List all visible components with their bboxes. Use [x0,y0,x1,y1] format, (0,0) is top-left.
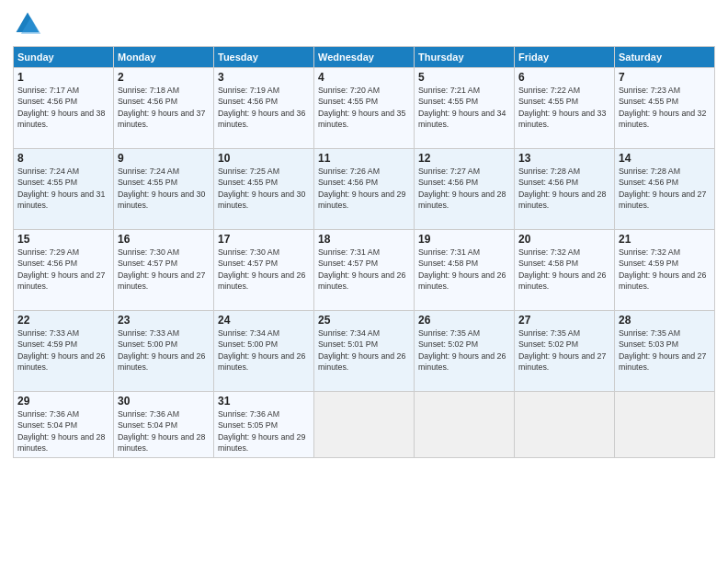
day-detail: Sunrise: 7:29 AM Sunset: 4:56 PM Dayligh… [17,247,109,292]
calendar-cell: 24 Sunrise: 7:34 AM Sunset: 5:00 PM Dayl… [214,311,314,392]
calendar-cell: 3 Sunrise: 7:19 AM Sunset: 4:56 PM Dayli… [214,68,314,149]
day-number: 11 [318,152,410,165]
day-number: 30 [118,395,210,408]
day-number: 12 [418,152,510,165]
day-detail: Sunrise: 7:24 AM Sunset: 4:55 PM Dayligh… [17,166,109,211]
day-number: 17 [218,233,310,246]
day-number: 28 [619,314,711,327]
calendar-cell: 19 Sunrise: 7:31 AM Sunset: 4:58 PM Dayl… [415,230,515,311]
calendar-cell: 10 Sunrise: 7:25 AM Sunset: 4:55 PM Dayl… [214,149,314,230]
calendar-cell [314,392,415,458]
week-row-5: 29 Sunrise: 7:36 AM Sunset: 5:04 PM Dayl… [14,392,715,458]
day-detail: Sunrise: 7:22 AM Sunset: 4:55 PM Dayligh… [518,85,610,130]
day-detail: Sunrise: 7:36 AM Sunset: 5:04 PM Dayligh… [17,408,109,454]
day-number: 4 [318,71,410,84]
day-detail: Sunrise: 7:35 AM Sunset: 5:03 PM Dayligh… [619,327,711,373]
day-number: 21 [619,233,711,246]
day-detail: Sunrise: 7:25 AM Sunset: 4:55 PM Dayligh… [218,166,310,211]
day-detail: Sunrise: 7:18 AM Sunset: 4:56 PM Dayligh… [118,85,210,130]
calendar-cell [515,392,615,458]
day-number: 14 [619,152,711,165]
calendar-cell: 9 Sunrise: 7:24 AM Sunset: 4:55 PM Dayli… [114,149,214,230]
weekday-header-tuesday: Tuesday [214,47,314,68]
day-detail: Sunrise: 7:32 AM Sunset: 4:58 PM Dayligh… [518,247,610,292]
day-number: 24 [218,314,310,327]
day-number: 5 [418,71,510,84]
day-number: 29 [17,395,109,408]
day-detail: Sunrise: 7:32 AM Sunset: 4:59 PM Dayligh… [619,247,711,292]
calendar-table: SundayMondayTuesdayWednesdayThursdayFrid… [13,46,715,458]
day-detail: Sunrise: 7:28 AM Sunset: 4:56 PM Dayligh… [518,166,610,211]
day-number: 26 [418,314,510,327]
day-detail: Sunrise: 7:26 AM Sunset: 4:56 PM Dayligh… [318,166,410,211]
day-detail: Sunrise: 7:31 AM Sunset: 4:58 PM Dayligh… [418,247,510,292]
calendar-cell: 1 Sunrise: 7:17 AM Sunset: 4:56 PM Dayli… [14,68,114,149]
calendar-cell: 15 Sunrise: 7:29 AM Sunset: 4:56 PM Dayl… [14,230,114,311]
day-number: 27 [518,314,610,327]
calendar-cell: 13 Sunrise: 7:28 AM Sunset: 4:56 PM Dayl… [515,149,615,230]
calendar-cell: 8 Sunrise: 7:24 AM Sunset: 4:55 PM Dayli… [14,149,114,230]
calendar-cell: 7 Sunrise: 7:23 AM Sunset: 4:55 PM Dayli… [615,68,715,149]
calendar-cell: 29 Sunrise: 7:36 AM Sunset: 5:04 PM Dayl… [14,392,114,458]
day-number: 8 [17,152,109,165]
week-row-1: 1 Sunrise: 7:17 AM Sunset: 4:56 PM Dayli… [14,68,715,149]
day-number: 13 [518,152,610,165]
day-detail: Sunrise: 7:17 AM Sunset: 4:56 PM Dayligh… [17,85,109,130]
calendar-cell: 4 Sunrise: 7:20 AM Sunset: 4:55 PM Dayli… [314,68,415,149]
day-detail: Sunrise: 7:31 AM Sunset: 4:57 PM Dayligh… [318,247,410,292]
day-detail: Sunrise: 7:28 AM Sunset: 4:56 PM Dayligh… [619,166,711,211]
calendar-cell: 20 Sunrise: 7:32 AM Sunset: 4:58 PM Dayl… [515,230,615,311]
day-number: 15 [17,233,109,246]
day-number: 9 [118,152,210,165]
day-detail: Sunrise: 7:35 AM Sunset: 5:02 PM Dayligh… [518,327,610,373]
day-detail: Sunrise: 7:27 AM Sunset: 4:56 PM Dayligh… [418,166,510,211]
day-detail: Sunrise: 7:30 AM Sunset: 4:57 PM Dayligh… [218,247,310,292]
day-detail: Sunrise: 7:36 AM Sunset: 5:05 PM Dayligh… [218,408,310,454]
weekday-header-saturday: Saturday [615,47,715,68]
day-detail: Sunrise: 7:33 AM Sunset: 5:00 PM Dayligh… [118,327,210,373]
day-detail: Sunrise: 7:34 AM Sunset: 5:01 PM Dayligh… [318,327,410,373]
day-number: 18 [318,233,410,246]
calendar-cell: 30 Sunrise: 7:36 AM Sunset: 5:04 PM Dayl… [114,392,214,458]
day-detail: Sunrise: 7:35 AM Sunset: 5:02 PM Dayligh… [418,327,510,373]
day-number: 6 [518,71,610,84]
calendar-cell: 6 Sunrise: 7:22 AM Sunset: 4:55 PM Dayli… [515,68,615,149]
day-detail: Sunrise: 7:23 AM Sunset: 4:55 PM Dayligh… [619,85,711,130]
calendar-cell [415,392,515,458]
calendar-cell: 31 Sunrise: 7:36 AM Sunset: 5:05 PM Dayl… [214,392,314,458]
logo-icon [13,9,42,39]
week-row-3: 15 Sunrise: 7:29 AM Sunset: 4:56 PM Dayl… [14,230,715,311]
week-row-4: 22 Sunrise: 7:33 AM Sunset: 4:59 PM Dayl… [14,311,715,392]
weekday-header-sunday: Sunday [14,47,114,68]
calendar-cell: 11 Sunrise: 7:26 AM Sunset: 4:56 PM Dayl… [314,149,415,230]
day-number: 2 [118,71,210,84]
day-detail: Sunrise: 7:21 AM Sunset: 4:55 PM Dayligh… [418,85,510,130]
weekday-header-thursday: Thursday [415,47,515,68]
calendar-cell: 28 Sunrise: 7:35 AM Sunset: 5:03 PM Dayl… [615,311,715,392]
day-number: 31 [218,395,310,408]
calendar-cell: 12 Sunrise: 7:27 AM Sunset: 4:56 PM Dayl… [415,149,515,230]
calendar-cell: 2 Sunrise: 7:18 AM Sunset: 4:56 PM Dayli… [114,68,214,149]
day-detail: Sunrise: 7:36 AM Sunset: 5:04 PM Dayligh… [118,408,210,454]
day-number: 7 [619,71,711,84]
day-number: 23 [118,314,210,327]
day-detail: Sunrise: 7:20 AM Sunset: 4:55 PM Dayligh… [318,85,410,130]
calendar-cell: 16 Sunrise: 7:30 AM Sunset: 4:57 PM Dayl… [114,230,214,311]
calendar-cell: 14 Sunrise: 7:28 AM Sunset: 4:56 PM Dayl… [615,149,715,230]
calendar-cell: 23 Sunrise: 7:33 AM Sunset: 5:00 PM Dayl… [114,311,214,392]
day-detail: Sunrise: 7:33 AM Sunset: 4:59 PM Dayligh… [17,327,109,373]
calendar-cell [615,392,715,458]
day-number: 16 [118,233,210,246]
day-number: 22 [17,314,109,327]
calendar-cell: 22 Sunrise: 7:33 AM Sunset: 4:59 PM Dayl… [14,311,114,392]
day-detail: Sunrise: 7:30 AM Sunset: 4:57 PM Dayligh… [118,247,210,292]
week-row-2: 8 Sunrise: 7:24 AM Sunset: 4:55 PM Dayli… [14,149,715,230]
weekday-header-friday: Friday [515,47,615,68]
calendar-cell: 25 Sunrise: 7:34 AM Sunset: 5:01 PM Dayl… [314,311,415,392]
calendar-cell: 27 Sunrise: 7:35 AM Sunset: 5:02 PM Dayl… [515,311,615,392]
day-number: 25 [318,314,410,327]
calendar-cell: 26 Sunrise: 7:35 AM Sunset: 5:02 PM Dayl… [415,311,515,392]
day-detail: Sunrise: 7:34 AM Sunset: 5:00 PM Dayligh… [218,327,310,373]
day-detail: Sunrise: 7:24 AM Sunset: 4:55 PM Dayligh… [118,166,210,211]
day-number: 10 [218,152,310,165]
